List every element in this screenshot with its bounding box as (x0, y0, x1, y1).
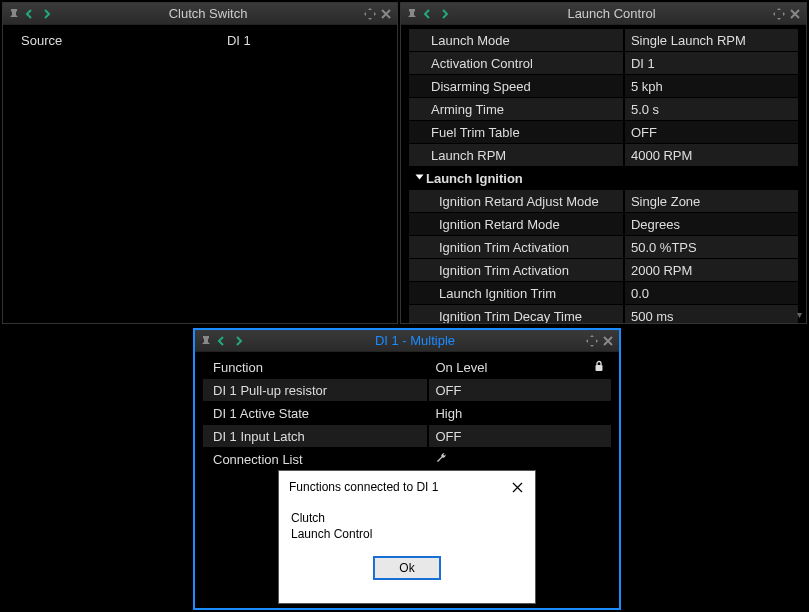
property-label: Ignition Trim Decay Time (409, 305, 623, 323)
property-label: Launch Ignition Trim (409, 282, 623, 304)
property-value[interactable]: 0.0 (625, 282, 798, 304)
property-row[interactable]: Disarming Speed5 kph (409, 75, 798, 97)
property-value[interactable]: Single Zone (625, 190, 798, 212)
property-label: DI 1 Pull-up resistor (203, 379, 427, 401)
property-row[interactable]: Function On Level (203, 356, 611, 378)
property-row[interactable]: Source DI 1 (11, 29, 389, 51)
nav-left-icon[interactable] (215, 334, 229, 348)
dialog-line: Launch Control (291, 527, 523, 543)
pin-icon[interactable] (405, 7, 419, 21)
property-row[interactable]: Connection List (203, 448, 611, 470)
property-row[interactable]: Launch Ignition Trim0.0 (409, 282, 798, 304)
dialog-line: Clutch (291, 511, 523, 527)
wrench-icon[interactable] (435, 451, 449, 468)
property-label: Function (203, 356, 427, 378)
nav-right-icon[interactable] (39, 7, 53, 21)
property-value[interactable]: OFF (429, 425, 611, 447)
launch-control-panel: Launch Control Launch ModeSingle Launch … (400, 2, 807, 324)
panel-title: Launch Control (451, 6, 772, 21)
property-value[interactable]: 500 ms (625, 305, 798, 323)
property-label: Arming Time (409, 98, 623, 120)
property-row[interactable]: Ignition Trim Decay Time500 ms (409, 305, 798, 323)
ok-button[interactable]: Ok (373, 556, 440, 580)
move-icon[interactable] (585, 334, 599, 348)
dialog-body: Clutch Launch Control (279, 501, 535, 546)
property-label: Launch RPM (409, 144, 623, 166)
property-label: Source (11, 29, 219, 51)
nav-left-icon[interactable] (421, 7, 435, 21)
pin-icon[interactable] (7, 7, 21, 21)
property-value[interactable]: 4000 RPM (625, 144, 798, 166)
property-value[interactable]: DI 1 (625, 52, 798, 74)
property-label: Ignition Trim Activation (409, 259, 623, 281)
property-value[interactable]: DI 1 (221, 29, 389, 51)
property-value[interactable]: 5 kph (625, 75, 798, 97)
property-row[interactable]: Activation ControlDI 1 (409, 52, 798, 74)
property-label: Fuel Trim Table (409, 121, 623, 143)
pin-icon[interactable] (199, 334, 213, 348)
property-value[interactable]: Degrees (625, 213, 798, 235)
property-label: Launch Mode (409, 29, 623, 51)
property-label: Connection List (203, 448, 427, 470)
property-value[interactable]: 50.0 %TPS (625, 236, 798, 258)
property-value[interactable]: OFF (625, 121, 798, 143)
lock-icon (593, 360, 605, 375)
close-icon[interactable] (507, 477, 527, 497)
move-icon[interactable] (772, 7, 786, 21)
property-row[interactable]: Ignition Trim Activation50.0 %TPS (409, 236, 798, 258)
functions-connected-dialog: Functions connected to DI 1 Clutch Launc… (278, 470, 536, 604)
property-value[interactable]: High (429, 402, 611, 424)
property-row[interactable]: DI 1 Input LatchOFF (203, 425, 611, 447)
property-row[interactable]: Fuel Trim TableOFF (409, 121, 798, 143)
panel-title: Clutch Switch (53, 6, 363, 21)
property-value[interactable]: On Level (429, 356, 611, 378)
panel-title: DI 1 - Multiple (245, 333, 585, 348)
svg-rect-0 (596, 365, 603, 371)
property-label: DI 1 Active State (203, 402, 427, 424)
nav-right-icon[interactable] (231, 334, 245, 348)
close-icon[interactable] (601, 334, 615, 348)
property-label: Disarming Speed (409, 75, 623, 97)
move-icon[interactable] (363, 7, 377, 21)
titlebar: Launch Control (401, 3, 806, 25)
property-value[interactable]: 5.0 s (625, 98, 798, 120)
titlebar: Clutch Switch (3, 3, 397, 25)
property-row[interactable]: DI 1 Pull-up resistorOFF (203, 379, 611, 401)
property-label: DI 1 Input Latch (203, 425, 427, 447)
close-icon[interactable] (788, 7, 802, 21)
property-row[interactable]: Launch RPM4000 RPM (409, 144, 798, 166)
property-row[interactable]: Ignition Retard Adjust ModeSingle Zone (409, 190, 798, 212)
property-label: Ignition Retard Mode (409, 213, 623, 235)
property-row[interactable]: Arming Time5.0 s (409, 98, 798, 120)
property-value[interactable]: 2000 RPM (625, 259, 798, 281)
titlebar: DI 1 - Multiple (195, 330, 619, 352)
property-label: Ignition Retard Adjust Mode (409, 190, 623, 212)
group-label: Launch Ignition (426, 171, 523, 186)
expand-icon[interactable] (416, 175, 424, 180)
group-header[interactable]: Launch Ignition (409, 167, 798, 189)
property-label: Ignition Trim Activation (409, 236, 623, 258)
property-row[interactable]: Ignition Retard ModeDegrees (409, 213, 798, 235)
property-value[interactable]: Single Launch RPM (625, 29, 798, 51)
property-row[interactable]: DI 1 Active StateHigh (203, 402, 611, 424)
close-icon[interactable] (379, 7, 393, 21)
property-label: Activation Control (409, 52, 623, 74)
property-row[interactable]: Ignition Trim Activation2000 RPM (409, 259, 798, 281)
nav-left-icon[interactable] (23, 7, 37, 21)
scroll-down-icon[interactable]: ▾ (792, 307, 806, 321)
dialog-title: Functions connected to DI 1 (289, 480, 438, 494)
clutch-switch-panel: Clutch Switch Source DI 1 (2, 2, 398, 324)
property-value[interactable] (429, 448, 611, 470)
property-row[interactable]: Launch ModeSingle Launch RPM (409, 29, 798, 51)
nav-right-icon[interactable] (437, 7, 451, 21)
property-value[interactable]: OFF (429, 379, 611, 401)
